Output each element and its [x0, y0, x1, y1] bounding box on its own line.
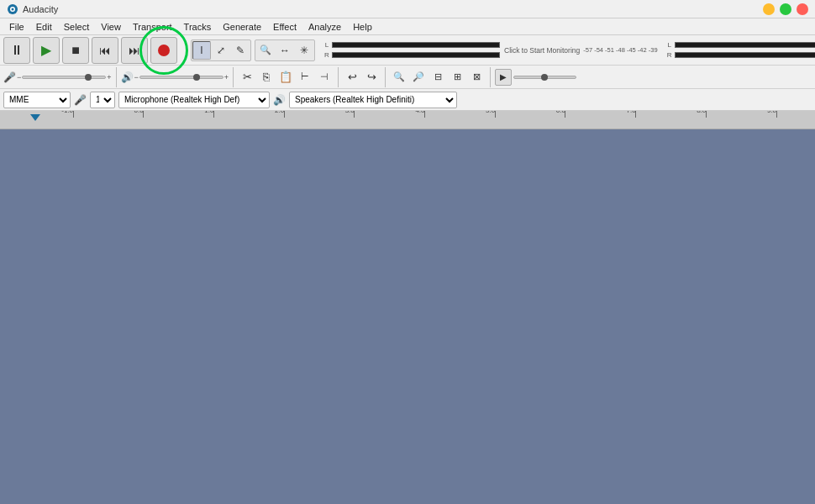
- menu-generate[interactable]: Generate: [217, 20, 267, 34]
- vu-bar-R: [332, 52, 500, 58]
- tick-label-7: 5.0: [486, 111, 495, 114]
- cut-button[interactable]: ✂: [238, 68, 256, 87]
- record-button[interactable]: [150, 37, 177, 64]
- close-button[interactable]: [797, 3, 808, 15]
- tick-6: 4.0: [424, 111, 425, 118]
- tick-2: 0.0: [143, 111, 144, 118]
- zoom-toggle-button[interactable]: ⊠: [467, 68, 486, 87]
- skip-forward-button[interactable]: ⏭: [121, 37, 148, 64]
- multi-tool-button[interactable]: ✳: [295, 41, 313, 60]
- input-vol-plus: +: [107, 73, 111, 81]
- vu-bar-L: [332, 42, 500, 48]
- vu-row-L: L: [323, 41, 500, 50]
- tick-11: 9.0: [776, 111, 777, 118]
- paste-button[interactable]: 📋: [276, 68, 295, 87]
- stop-button[interactable]: ■: [62, 37, 89, 64]
- tick-3: 1.0: [213, 111, 214, 118]
- tick-label-2: 0.0: [134, 111, 144, 114]
- minimize-button[interactable]: [763, 3, 775, 15]
- vu-out-row-L: L: [666, 41, 815, 50]
- transport-controls: ⏸ ▶ ■ ⏮ ⏭: [3, 37, 177, 64]
- input-vol-minus: −: [17, 73, 21, 81]
- output-device-select[interactable]: Speakers (Realtek High Definiti)HDMI Out…: [289, 92, 457, 108]
- tick-label-5: 3.0: [345, 111, 355, 114]
- vu-L-label: L: [323, 41, 330, 49]
- app-icon: [7, 3, 18, 15]
- tick-label-6: 4.0: [415, 111, 424, 114]
- tick-label-3: 1.0: [204, 111, 213, 114]
- timeshift-tool-button[interactable]: ↔: [276, 41, 294, 60]
- input-channels-select[interactable]: 1 2: [90, 92, 115, 108]
- speaker-output-icon: 🔊: [273, 94, 286, 106]
- menu-help[interactable]: Help: [347, 20, 378, 34]
- track-area[interactable]: [0, 129, 815, 432]
- tick-label-4: 2.0: [275, 111, 284, 114]
- input-volume-control: 🎤 − +: [3, 71, 112, 83]
- zoom-fit-project-button[interactable]: ⊟: [429, 68, 447, 87]
- vu-out-bar-L: [675, 42, 815, 48]
- mic-icon: 🎤: [3, 71, 16, 83]
- menu-analyze[interactable]: Analyze: [302, 20, 347, 34]
- ruler-scale: -1.0 0.0 1.0 2.0 3.0: [34, 111, 815, 129]
- redo-button[interactable]: ↪: [362, 68, 381, 87]
- menu-bar: File Edit Select View Transport Tracks G…: [0, 18, 815, 35]
- copy-button[interactable]: ⎘: [257, 68, 276, 87]
- undo-button[interactable]: ↩: [343, 68, 361, 87]
- output-vol-plus: +: [224, 73, 229, 81]
- host-select[interactable]: MMEWindows DirectSoundWindows WASAPI: [3, 92, 71, 108]
- record-button-wrapper: [150, 37, 177, 64]
- play-at-speed-button[interactable]: ▶: [495, 69, 512, 86]
- input-vu-area: L R Click to Start Monitoring: [323, 41, 580, 60]
- zoom-out-button[interactable]: 🔎: [409, 68, 428, 87]
- title-bar: Audacity: [0, 0, 815, 18]
- tick-label-10: 8.0: [697, 111, 706, 114]
- zoom-fit-selection-button[interactable]: ⊞: [448, 68, 466, 87]
- timeline-ruler: -1.0 0.0 1.0 2.0 3.0: [0, 111, 815, 129]
- mic-input-icon: 🎤: [74, 94, 87, 106]
- speed-slider-thumb[interactable]: [541, 74, 548, 81]
- tick-1: -1.0: [73, 111, 74, 118]
- record-dot-icon: [158, 45, 170, 56]
- draw-tool-button[interactable]: ✎: [231, 41, 250, 60]
- zoom-in-button[interactable]: 🔍: [390, 68, 408, 87]
- vu-row-R: R: [323, 51, 500, 60]
- svg-point-2: [12, 8, 14, 10]
- zoom-tool-button[interactable]: 🔍: [256, 41, 275, 60]
- maximize-button[interactable]: [780, 3, 791, 15]
- menu-select[interactable]: Select: [58, 20, 96, 34]
- pause-button[interactable]: ⏸: [3, 37, 30, 64]
- silence-button[interactable]: ⊣: [315, 68, 334, 87]
- toolbar-area: ⏸ ▶ ■ ⏮ ⏭ I ⤢ ✎ 🔍 ↔ ✳: [0, 35, 815, 111]
- output-volume-control: 🔊 − +: [121, 71, 229, 83]
- output-volume-slider[interactable]: [139, 76, 223, 79]
- envelope-tool-button[interactable]: ⤢: [212, 41, 230, 60]
- menu-effect[interactable]: Effect: [267, 20, 302, 34]
- input-volume-slider[interactable]: [22, 76, 106, 79]
- menu-edit[interactable]: Edit: [30, 20, 58, 34]
- play-button[interactable]: ▶: [33, 37, 60, 64]
- skip-back-button[interactable]: ⏮: [92, 37, 118, 64]
- vu-meter-input: L R: [323, 41, 500, 60]
- sep-undo: [338, 67, 339, 87]
- zoom-group: 🔍 🔎 ⊟ ⊞ ⊠: [390, 68, 486, 87]
- tick-4: 2.0: [284, 111, 285, 118]
- input-vol-thumb[interactable]: [85, 74, 92, 81]
- input-device-select[interactable]: Microphone (Realtek High Def): [118, 92, 270, 108]
- output-vu-area: L R -57 -54 -51 -48 -45 -42 -39: [666, 41, 815, 60]
- tools-section-2: 🔍 ↔ ✳: [255, 39, 315, 61]
- trim-button[interactable]: ⊢: [296, 68, 314, 87]
- vu-out-row-R: R: [666, 51, 815, 60]
- speed-slider[interactable]: [513, 76, 576, 79]
- output-vol-thumb[interactable]: [193, 74, 200, 81]
- menu-view[interactable]: View: [95, 20, 127, 34]
- menu-transport[interactable]: Transport: [127, 20, 178, 34]
- sep-vol: [116, 67, 117, 87]
- tick-label-1: -1.0: [61, 111, 73, 114]
- tick-label-11: 9.0: [767, 111, 776, 114]
- vu-out-R-label: R: [666, 51, 673, 59]
- menu-file[interactable]: File: [3, 20, 30, 34]
- tools-section: I ⤢ ✎: [191, 39, 251, 61]
- menu-tracks[interactable]: Tracks: [178, 20, 218, 34]
- click-monitor-label[interactable]: Click to Start Monitoring: [504, 46, 580, 55]
- selection-tool-button[interactable]: I: [192, 41, 211, 60]
